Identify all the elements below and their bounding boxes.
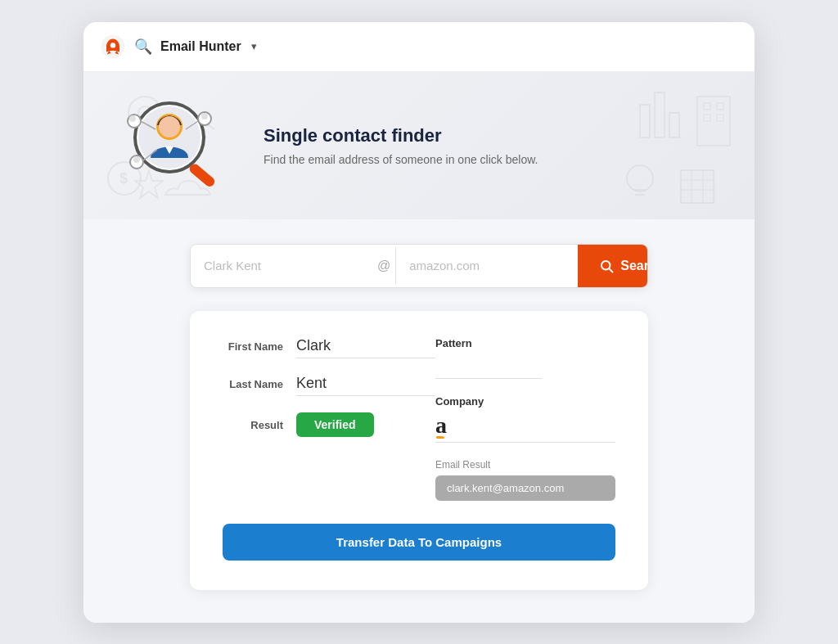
search-btn-icon xyxy=(599,259,614,273)
first-name-row: First Name Clark xyxy=(223,337,435,358)
svg-point-29 xyxy=(201,113,208,119)
search-btn-label: Search xyxy=(620,259,648,273)
transfer-btn-label: Transfer Data To Campaigns xyxy=(336,535,502,549)
svg-line-36 xyxy=(610,268,613,272)
search-icon: 🔍 xyxy=(134,38,152,56)
app-title: Email Hunter xyxy=(160,39,241,54)
email-result-label: Email Result xyxy=(435,459,615,471)
first-name-value: Clark xyxy=(296,337,435,358)
pattern-label: Pattern xyxy=(435,337,615,349)
result-row: Result Verified xyxy=(223,412,435,437)
rocket-logo-icon xyxy=(100,34,126,60)
last-name-value: Kent xyxy=(296,375,435,396)
hero-illustration xyxy=(108,84,239,207)
hero-banner: $ xyxy=(83,72,755,219)
verified-badge: Verified xyxy=(296,412,374,437)
svg-rect-23 xyxy=(187,162,216,188)
last-name-row: Last Name Kent xyxy=(223,375,435,396)
company-row: Company a xyxy=(435,395,615,443)
hero-subtitle: Find the email address of someone in one… xyxy=(264,153,722,166)
email-result-row: Email Result clark.kent@amazon.com xyxy=(435,459,615,501)
domain-input[interactable] xyxy=(395,247,578,284)
svg-point-31 xyxy=(133,156,140,163)
svg-rect-16 xyxy=(681,170,714,203)
pattern-row: Pattern xyxy=(435,337,615,379)
at-sign: @ xyxy=(372,259,395,273)
amazon-logo-icon: a xyxy=(435,414,447,437)
svg-rect-14 xyxy=(717,115,723,121)
svg-rect-13 xyxy=(704,115,710,121)
svg-point-27 xyxy=(129,115,136,122)
search-bar-container: @ Search xyxy=(190,244,648,288)
chevron-down-icon[interactable]: ▾ xyxy=(251,40,257,52)
result-label: Result xyxy=(223,419,296,431)
right-column: Pattern Company a Email Result clark.ken… xyxy=(435,337,615,501)
first-name-label: First Name xyxy=(223,340,296,353)
left-column: First Name Clark Last Name Kent Result V… xyxy=(223,337,435,501)
app-window: 🔍 Email Hunter ▾ $ xyxy=(83,22,755,623)
svg-point-15 xyxy=(627,165,653,191)
top-bar: 🔍 Email Hunter ▾ xyxy=(83,22,755,72)
main-content: @ Search First Name Clark xyxy=(83,219,755,623)
company-logo: a xyxy=(435,414,615,443)
hero-title: Single contact finder xyxy=(264,125,722,146)
last-name-label: Last Name xyxy=(223,378,296,390)
company-label: Company xyxy=(435,395,615,408)
svg-rect-11 xyxy=(704,103,710,110)
transfer-button[interactable]: Transfer Data To Campaigns xyxy=(223,524,615,561)
name-input[interactable] xyxy=(191,247,372,284)
svg-point-1 xyxy=(110,43,115,47)
svg-rect-12 xyxy=(717,103,723,110)
result-card: First Name Clark Last Name Kent Result V… xyxy=(190,311,648,590)
svg-point-25 xyxy=(159,116,180,137)
email-result-value: clark.kent@amazon.com xyxy=(435,475,615,501)
result-columns: First Name Clark Last Name Kent Result V… xyxy=(223,337,615,501)
search-button[interactable]: Search xyxy=(578,245,648,287)
